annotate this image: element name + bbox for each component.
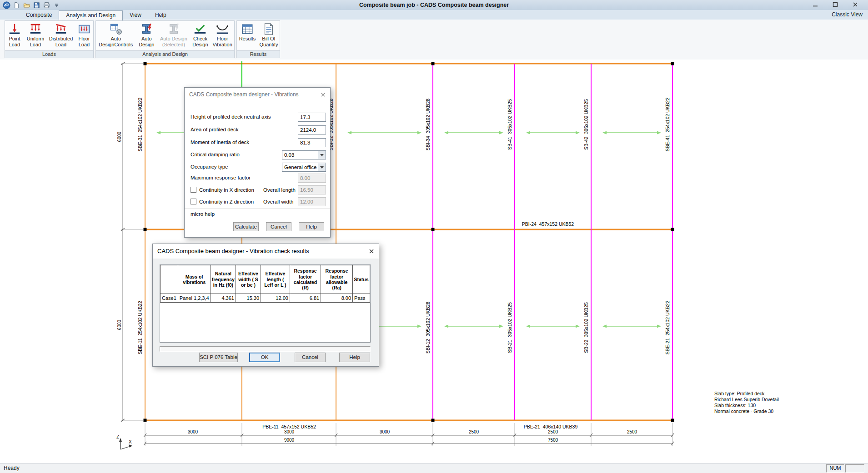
point-load-button[interactable]: Point Load bbox=[5, 21, 24, 51]
tab-composite[interactable]: Composite bbox=[19, 10, 59, 20]
results-row[interactable]: Case1Panel 1,2,3,44.36115.3012.006.818.0… bbox=[161, 294, 370, 303]
span-arrow-head bbox=[499, 131, 503, 134]
tab-analysis-and-design[interactable]: Analysis and Design bbox=[59, 10, 123, 20]
classic-view-toggle[interactable]: Classic View bbox=[832, 10, 863, 20]
span-arrow-head bbox=[602, 325, 607, 328]
node-marker[interactable] bbox=[431, 62, 435, 65]
span-arrow-head bbox=[657, 325, 661, 328]
cancel-button[interactable]: Cancel bbox=[295, 353, 326, 362]
ribbon-tab-strip: Composite Analysis and Design View Help … bbox=[0, 10, 868, 20]
span-arrow-head bbox=[499, 325, 503, 328]
floor-load-icon bbox=[77, 22, 91, 36]
chevron-down-icon[interactable] bbox=[318, 163, 326, 171]
distributed-load-icon bbox=[54, 22, 68, 36]
continuity-z-checkbox[interactable] bbox=[191, 199, 196, 204]
help-button[interactable]: Help bbox=[339, 353, 370, 362]
dimension-text: 9000 bbox=[284, 438, 295, 443]
print-icon[interactable] bbox=[43, 1, 50, 9]
minimize-button[interactable] bbox=[805, 0, 825, 10]
dimension-text: 3000 bbox=[284, 429, 295, 434]
results-header-cell: Response factor calculated (R) bbox=[290, 265, 321, 294]
span-arrow-head bbox=[156, 131, 161, 134]
divider bbox=[185, 209, 330, 209]
results-header-cell: Status bbox=[353, 265, 370, 294]
slab-note: Slab thickness: 130 bbox=[714, 403, 756, 408]
ok-button[interactable]: OK bbox=[249, 353, 280, 362]
beam-label: PBE-11 457x152 UKB52 bbox=[262, 424, 316, 429]
drawing-canvas[interactable]: 3000300030002500250025009000750060006000… bbox=[0, 60, 868, 463]
close-icon bbox=[369, 248, 374, 256]
continuity-x-checkbox[interactable] bbox=[191, 187, 196, 193]
occupancy-type-select[interactable]: General office bbox=[282, 163, 326, 172]
open-file-icon[interactable] bbox=[23, 1, 30, 9]
close-button[interactable] bbox=[845, 0, 865, 10]
span-arrow-head bbox=[526, 131, 530, 134]
node-marker[interactable] bbox=[671, 419, 674, 422]
group-label-analysis-and-design: Analysis and Design bbox=[96, 50, 234, 58]
node-marker[interactable] bbox=[671, 228, 674, 231]
slab-note: Richard Lees Superib Dovetail bbox=[714, 397, 779, 402]
vibrations-dialog-title: CADS Composite beam designer - Vibration… bbox=[189, 88, 299, 101]
critical-damping-ratio-select[interactable]: 0.03 bbox=[282, 150, 326, 159]
results-dialog-close-button[interactable] bbox=[368, 249, 375, 255]
window-controls bbox=[805, 0, 865, 10]
node-marker[interactable] bbox=[431, 419, 435, 422]
save-icon[interactable] bbox=[33, 1, 40, 9]
auto-designcontrols-button[interactable]: Auto DesignControls bbox=[96, 21, 135, 51]
dimension-text: 3000 bbox=[188, 429, 198, 434]
app-window: Composite beam job - CADS Composite beam… bbox=[0, 0, 868, 473]
close-icon bbox=[321, 91, 326, 99]
results-cell: 12.00 bbox=[261, 294, 290, 303]
dimension-text: 3000 bbox=[380, 429, 390, 434]
uniform-load-button[interactable]: Uniform Load bbox=[24, 21, 47, 51]
quick-access-dropdown-icon[interactable] bbox=[53, 1, 60, 9]
distributed-load-button[interactable]: Distributed Load bbox=[47, 21, 75, 51]
node-marker[interactable] bbox=[144, 62, 147, 65]
results-cell: 8.00 bbox=[321, 294, 353, 303]
dimension-text: 2500 bbox=[469, 429, 479, 434]
app-icon[interactable] bbox=[3, 1, 10, 9]
auto-design-selected-icon bbox=[167, 22, 181, 36]
check-design-button[interactable]: Check Design bbox=[190, 21, 211, 51]
point-load-icon bbox=[8, 22, 21, 36]
span-arrow-head bbox=[347, 131, 351, 134]
results-scroll-strip bbox=[160, 346, 371, 352]
tab-view[interactable]: View bbox=[123, 10, 148, 20]
node-marker[interactable] bbox=[671, 62, 674, 65]
calculate-button[interactable]: Calculate bbox=[233, 222, 259, 231]
beam-label: PBE-21 406x140 UKB39 bbox=[524, 424, 578, 429]
help-button[interactable]: Help bbox=[299, 222, 324, 231]
cancel-button[interactable]: Cancel bbox=[266, 222, 291, 231]
deck-area-input[interactable]: 2124.0 bbox=[298, 125, 326, 134]
node-marker[interactable] bbox=[431, 228, 435, 231]
axis-z-label: Z bbox=[116, 434, 119, 439]
title-bar: Composite beam job - CADS Composite beam… bbox=[0, 0, 868, 10]
status-pane bbox=[845, 464, 864, 473]
results-button[interactable]: Results bbox=[237, 21, 258, 51]
micro-help-text: micro help bbox=[191, 211, 215, 217]
floor-load-button[interactable]: Floor Load bbox=[75, 21, 93, 51]
axis-x-line bbox=[120, 446, 130, 449]
maximize-button[interactable] bbox=[825, 0, 845, 10]
floor-plan-drawing[interactable]: 3000300030002500250025009000750060006000… bbox=[0, 60, 868, 463]
beam-label: SBI-12 305x102 UKB28 bbox=[425, 302, 431, 354]
node-marker[interactable] bbox=[144, 228, 147, 231]
beam-label: SBE-21 254x102 UKB22 bbox=[665, 301, 670, 355]
deck-inertia-input[interactable]: 81.3 bbox=[298, 138, 326, 147]
auto-design-button[interactable]: Auto Design bbox=[135, 21, 157, 51]
vibrations-dialog-close-button[interactable] bbox=[320, 92, 326, 98]
deck-neutral-axis-input[interactable]: 17.3 bbox=[298, 113, 326, 122]
bill-of-quantity-button[interactable]: Bill Of Quantity bbox=[258, 21, 280, 51]
beam-label: SBI-34 305x102 UKB28 bbox=[425, 99, 431, 151]
status-bar: Ready NUM bbox=[0, 463, 868, 473]
new-document-icon[interactable] bbox=[13, 1, 20, 9]
node-marker[interactable] bbox=[144, 419, 147, 422]
results-list-panel: Mass of vibrationsNatural frequency in H… bbox=[160, 264, 371, 343]
overall-width-input: 12.00 bbox=[298, 197, 326, 206]
results-cell: 6.81 bbox=[290, 294, 321, 303]
floor-vibration-button[interactable]: Floor Vibration bbox=[211, 21, 234, 51]
chevron-down-icon[interactable] bbox=[318, 151, 326, 159]
sci-p076-table-button[interactable]: SCI P 076 Table bbox=[199, 353, 238, 362]
axis-arrow-head bbox=[129, 444, 132, 448]
tab-help[interactable]: Help bbox=[148, 10, 173, 20]
